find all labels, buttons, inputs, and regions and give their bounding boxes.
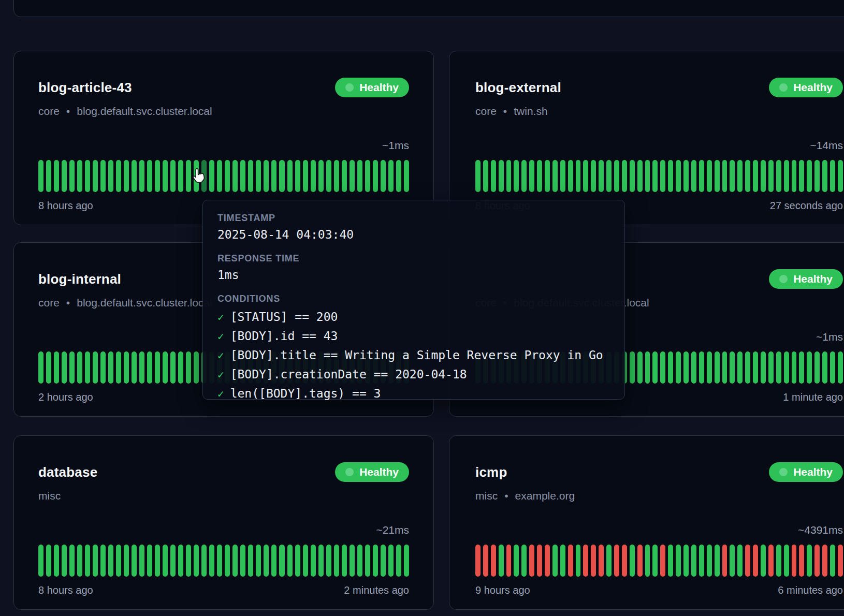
uptime-bar[interactable] xyxy=(46,545,51,577)
uptime-bar[interactable] xyxy=(365,160,370,192)
uptime-bar[interactable] xyxy=(248,160,253,192)
uptime-bar[interactable] xyxy=(170,351,176,384)
uptime-bar[interactable] xyxy=(46,160,51,192)
uptime-bar[interactable] xyxy=(652,545,658,577)
uptime-bar[interactable] xyxy=(614,545,619,577)
uptime-bar[interactable] xyxy=(637,351,643,384)
uptime-bar[interactable] xyxy=(170,160,176,192)
uptime-bar[interactable] xyxy=(326,545,331,577)
uptime-bar[interactable] xyxy=(93,545,98,577)
uptime-bar[interactable] xyxy=(614,160,619,192)
uptime-bar[interactable] xyxy=(342,160,347,192)
uptime-bar[interactable] xyxy=(506,545,512,577)
uptime-bar[interactable] xyxy=(822,351,827,384)
endpoint-card-blog-article-43[interactable]: blog-article-43Healthycore•blog.default.… xyxy=(13,51,434,225)
uptime-bar[interactable] xyxy=(381,545,386,577)
uptime-bar[interactable] xyxy=(357,545,362,577)
uptime-bar[interactable] xyxy=(139,160,144,192)
uptime-bar[interactable] xyxy=(660,545,665,577)
uptime-bar[interactable] xyxy=(637,160,643,192)
uptime-bar[interactable] xyxy=(404,545,409,577)
uptime-bar[interactable] xyxy=(691,351,696,384)
uptime-bar[interactable] xyxy=(256,545,261,577)
uptime-bar[interactable] xyxy=(776,351,781,384)
uptime-bar[interactable] xyxy=(295,160,300,192)
uptime-bar[interactable] xyxy=(715,545,720,577)
uptime-bar[interactable] xyxy=(699,351,704,384)
uptime-bar[interactable] xyxy=(583,160,588,192)
uptime-bar[interactable] xyxy=(814,545,820,577)
uptime-bar[interactable] xyxy=(784,160,789,192)
uptime-bar[interactable] xyxy=(568,545,573,577)
uptime-bar[interactable] xyxy=(132,545,137,577)
uptime-bar[interactable] xyxy=(761,545,766,577)
uptime-bar[interactable] xyxy=(178,160,183,192)
uptime-bar[interactable] xyxy=(155,545,160,577)
uptime-bar[interactable] xyxy=(792,160,797,192)
uptime-bar[interactable] xyxy=(668,160,673,192)
uptime-bar[interactable] xyxy=(776,160,781,192)
uptime-bar[interactable] xyxy=(139,351,144,384)
uptime-bar[interactable] xyxy=(100,351,106,384)
uptime-bar[interactable] xyxy=(645,351,650,384)
uptime-bar[interactable] xyxy=(365,545,370,577)
uptime-bar[interactable] xyxy=(691,160,696,192)
uptime-bar[interactable] xyxy=(381,160,386,192)
uptime-bar[interactable] xyxy=(69,351,75,384)
uptime-bar[interactable] xyxy=(599,545,604,577)
uptime-bar[interactable] xyxy=(722,351,727,384)
uptime-bar[interactable] xyxy=(38,545,43,577)
uptime-bar[interactable] xyxy=(240,160,245,192)
uptime-bar[interactable] xyxy=(652,160,658,192)
uptime-bar[interactable] xyxy=(591,160,596,192)
uptime-bar[interactable] xyxy=(499,545,504,577)
uptime-bar[interactable] xyxy=(537,545,542,577)
uptime-bar[interactable] xyxy=(240,545,245,577)
uptime-bar[interactable] xyxy=(295,545,300,577)
uptime-bar[interactable] xyxy=(147,351,152,384)
uptime-bar[interactable] xyxy=(707,351,712,384)
uptime-bar[interactable] xyxy=(753,545,758,577)
uptime-bar[interactable] xyxy=(85,351,90,384)
uptime-bar[interactable] xyxy=(334,160,339,192)
uptime-bar[interactable] xyxy=(209,160,214,192)
uptime-bar[interactable] xyxy=(342,545,347,577)
uptime-bar[interactable] xyxy=(814,160,820,192)
uptime-bar[interactable] xyxy=(155,160,160,192)
uptime-bar[interactable] xyxy=(271,545,277,577)
uptime-bar[interactable] xyxy=(388,160,394,192)
uptime-bar[interactable] xyxy=(186,351,191,384)
uptime-bar[interactable] xyxy=(737,351,743,384)
uptime-bar[interactable] xyxy=(186,545,191,577)
uptime-bar[interactable] xyxy=(475,160,481,192)
uptime-bar[interactable] xyxy=(768,160,774,192)
uptime-bar[interactable] xyxy=(676,160,681,192)
uptime-bar[interactable] xyxy=(100,160,106,192)
uptime-bar[interactable] xyxy=(194,160,199,192)
uptime-bar[interactable] xyxy=(792,351,797,384)
uptime-bar[interactable] xyxy=(178,545,183,577)
uptime-bar[interactable] xyxy=(132,351,137,384)
uptime-bar[interactable] xyxy=(116,545,121,577)
endpoint-card-blog-external[interactable]: blog-externalHealthycore•twin.sh~14ms8 h… xyxy=(449,51,844,225)
uptime-bar[interactable] xyxy=(606,545,612,577)
uptime-bar[interactable] xyxy=(155,351,160,384)
uptime-bar[interactable] xyxy=(108,351,113,384)
uptime-bar[interactable] xyxy=(545,160,550,192)
uptime-bar[interactable] xyxy=(753,351,758,384)
uptime-bar[interactable] xyxy=(287,160,293,192)
uptime-bar[interactable] xyxy=(537,160,542,192)
uptime-bar[interactable] xyxy=(124,351,129,384)
uptime-bar[interactable] xyxy=(799,545,804,577)
uptime-bar[interactable] xyxy=(147,160,152,192)
uptime-bar[interactable] xyxy=(77,545,82,577)
uptime-bar[interactable] xyxy=(792,545,797,577)
uptime-bar[interactable] xyxy=(194,351,199,384)
uptime-bar[interactable] xyxy=(830,545,835,577)
uptime-bar[interactable] xyxy=(630,545,635,577)
uptime-bar[interactable] xyxy=(404,160,409,192)
uptime-bar[interactable] xyxy=(761,351,766,384)
uptime-bar[interactable] xyxy=(38,351,43,384)
uptime-bar[interactable] xyxy=(699,160,704,192)
uptime-bar[interactable] xyxy=(217,545,222,577)
